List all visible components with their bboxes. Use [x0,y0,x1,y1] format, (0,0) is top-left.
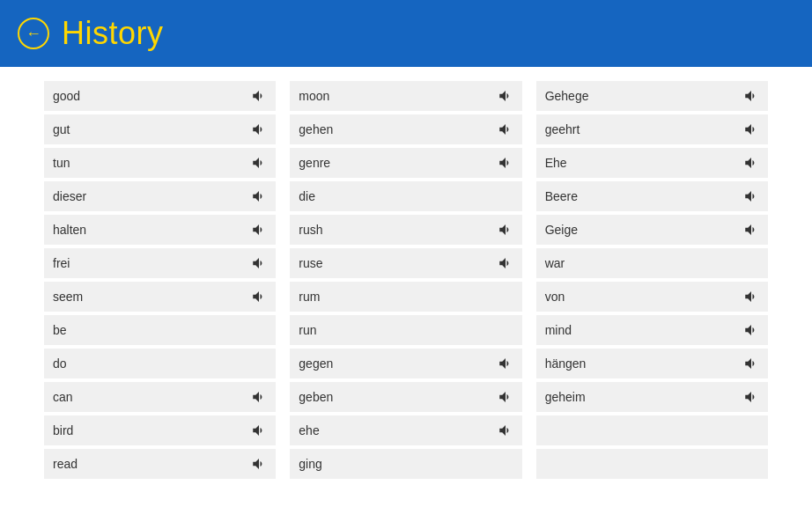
word-text: die [299,189,513,203]
word-text: geehrt [545,122,743,136]
audio-icon[interactable] [251,222,267,238]
word-text: read [53,457,251,471]
audio-icon[interactable] [743,121,759,137]
word-row: war [536,248,768,278]
back-button[interactable]: ← [18,18,49,49]
word-row: dieser [44,181,276,211]
word-text: Geige [545,223,743,237]
word-text: genre [299,156,497,170]
word-text: geheim [545,390,743,404]
word-row: Ehe [536,148,768,178]
app-header: ← History [0,0,812,67]
word-text: gehen [299,122,497,136]
audio-icon[interactable] [498,255,513,271]
word-text: moon [299,89,497,103]
audio-icon[interactable] [498,422,513,438]
audio-icon[interactable] [498,389,513,405]
audio-icon[interactable] [251,255,267,271]
word-text: good [53,89,251,103]
word-row: read [44,449,276,479]
audio-icon[interactable] [743,188,759,204]
audio-icon[interactable] [498,88,513,104]
audio-icon[interactable] [498,222,513,238]
word-text: dieser [53,189,251,203]
audio-icon[interactable] [251,155,267,171]
word-text: von [545,290,743,304]
word-column-3: Gehege geehrt Ehe Beere Geige warvon min… [536,81,768,482]
word-row: geehrt [536,114,768,144]
word-row: ging [290,449,521,479]
word-row: run [290,315,521,345]
word-row: moon [290,81,521,111]
word-row: von [536,282,768,312]
word-row: mind [536,315,768,345]
word-row: be [44,315,276,345]
word-row: halten [44,215,276,245]
word-text: rum [299,290,513,304]
word-text: bird [53,423,251,437]
word-row: tun [44,148,276,178]
word-row: hängen [536,349,768,378]
word-row: ehe [290,415,521,445]
word-text: run [299,323,513,337]
word-row [536,449,768,479]
audio-icon[interactable] [743,155,759,171]
word-row: gut [44,114,276,144]
word-row: can [44,382,276,412]
audio-icon[interactable] [251,389,267,405]
word-text: ruse [299,256,497,270]
audio-icon[interactable] [251,88,267,104]
word-text: geben [299,390,497,404]
word-row: do [44,349,276,378]
word-row: bird [44,415,276,445]
audio-icon[interactable] [743,88,759,104]
audio-icon[interactable] [743,389,759,405]
word-text: seem [53,290,251,304]
word-column-2: moon gehen genre dierush ruse rumrungege… [290,81,521,482]
word-text: hängen [545,356,743,371]
audio-icon[interactable] [498,356,513,371]
page-title: History [62,15,164,52]
word-text: mind [545,323,743,337]
word-text: gegen [299,356,497,371]
audio-icon[interactable] [743,289,759,305]
audio-icon[interactable] [251,289,267,305]
word-text: ehe [299,423,497,437]
word-row [536,415,768,445]
audio-icon[interactable] [498,155,513,171]
audio-icon[interactable] [743,322,759,338]
word-list-content: good gut tun dieser halten frei seem bed… [0,67,812,496]
word-text: be [53,323,267,337]
word-row: gegen [290,349,521,378]
word-row: rum [290,282,521,312]
word-text: gut [53,122,251,136]
word-text: Beere [545,189,743,203]
word-row: geheim [536,382,768,412]
audio-icon[interactable] [251,188,267,204]
word-row: Gehege [536,81,768,111]
word-text: halten [53,223,251,237]
word-text: Gehege [545,89,743,103]
word-text: do [53,356,267,371]
audio-icon[interactable] [743,356,759,371]
word-row: seem [44,282,276,312]
word-row: Geige [536,215,768,245]
word-row: Beere [536,181,768,211]
word-text: ging [299,457,513,471]
word-row: genre [290,148,521,178]
word-text: Ehe [545,156,743,170]
word-row: geben [290,382,521,412]
word-text: can [53,390,251,404]
word-text: war [545,256,759,270]
word-row: good [44,81,276,111]
word-row: gehen [290,114,521,144]
word-text: rush [299,223,497,237]
audio-icon[interactable] [251,121,267,137]
audio-icon[interactable] [251,456,267,472]
word-row: rush [290,215,521,245]
word-row: die [290,181,521,211]
audio-icon[interactable] [743,222,759,238]
audio-icon[interactable] [251,422,267,438]
word-text: frei [53,256,251,270]
audio-icon[interactable] [498,121,513,137]
